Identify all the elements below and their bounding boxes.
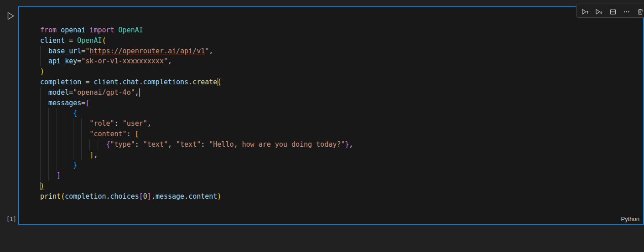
code-line: ) — [40, 67, 641, 77]
execution-count: [1] — [6, 216, 16, 222]
delete-cell-button[interactable] — [636, 8, 644, 16]
code-line: { — [40, 108, 641, 118]
execute-below-icon — [595, 8, 603, 15]
code-line: base_url="https://openrouter.ai/api/v1", — [40, 46, 641, 57]
code-line: } — [40, 160, 641, 170]
code-line: print(completion.choices[0].message.cont… — [40, 191, 641, 202]
text-cursor — [139, 88, 140, 97]
more-actions-icon — [623, 8, 630, 15]
code-line: model="openai/gpt-4o", — [40, 87, 641, 98]
code-line: ) — [40, 181, 641, 191]
code-editor[interactable]: from openai import OpenAIclient = OpenAI… — [40, 25, 641, 202]
cell-output: Hello! I'm here and ready to help you. H… — [0, 225, 644, 252]
play-outline-icon — [7, 11, 17, 21]
cell-language-picker[interactable]: Python — [621, 216, 639, 222]
split-cell-button[interactable] — [609, 8, 617, 16]
code-line: from openai import OpenAI — [40, 25, 641, 36]
delete-cell-icon — [637, 8, 644, 15]
code-line: client = OpenAI( — [40, 36, 641, 46]
code-line: ], — [40, 150, 641, 160]
code-line: messages=[ — [40, 98, 641, 108]
code-line: {"type": "text", "text": "Hello, how are… — [40, 139, 641, 150]
execute-above-button[interactable] — [581, 8, 589, 16]
cell-toolbar — [576, 4, 644, 18]
code-line: completion = client.chat.completions.cre… — [40, 77, 641, 87]
code-line: ] — [40, 170, 641, 181]
code-line: "content": [ — [40, 129, 641, 139]
code-line: api_key="sk-or-v1-xxxxxxxxxx", — [40, 56, 641, 67]
execute-below-button[interactable] — [595, 8, 603, 16]
execute-above-icon — [582, 8, 589, 15]
split-cell-icon — [609, 8, 617, 15]
code-line: "role": "user", — [40, 118, 641, 129]
more-actions-button[interactable] — [623, 8, 631, 16]
run-cell-button[interactable] — [7, 11, 17, 21]
notebook-cell: from openai import OpenAIclient = OpenAI… — [18, 6, 644, 225]
